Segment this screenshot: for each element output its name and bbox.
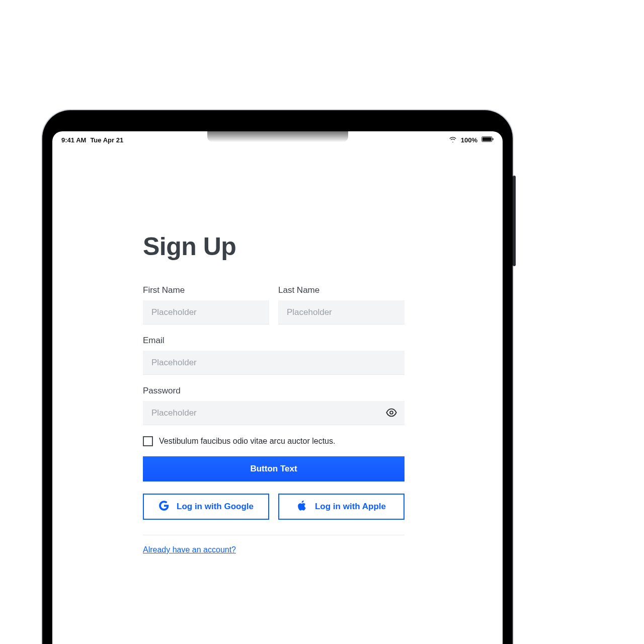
login-with-apple-button[interactable]: Log in with Apple [278, 494, 405, 520]
svg-rect-2 [493, 138, 494, 140]
toggle-password-visibility-button[interactable] [383, 405, 399, 421]
email-input[interactable] [143, 351, 405, 375]
divider [143, 535, 405, 535]
terms-checkbox[interactable] [143, 436, 153, 446]
terms-checkbox-label: Vestibulum faucibus odio vitae arcu auct… [159, 437, 335, 446]
status-time: 9:41 AM [61, 136, 86, 144]
password-label: Password [143, 386, 405, 396]
apple-icon [297, 500, 308, 514]
svg-point-3 [390, 411, 393, 414]
password-input[interactable] [143, 401, 405, 425]
apple-button-label: Log in with Apple [315, 502, 386, 512]
google-icon [158, 500, 170, 514]
last-name-label: Last Name [278, 285, 405, 295]
login-with-google-button[interactable]: Log in with Google [143, 494, 269, 520]
wifi-icon [449, 136, 457, 144]
eye-icon [386, 407, 397, 420]
status-battery-pct: 100% [461, 136, 477, 144]
submit-button[interactable]: Button Text [143, 456, 405, 481]
page-title: Sign Up [143, 232, 405, 261]
device-screen: 9:41 AM Tue Apr 21 100% [52, 131, 503, 644]
first-name-input[interactable] [143, 300, 269, 325]
already-have-account-link[interactable]: Already have an account? [143, 545, 236, 554]
tablet-device-frame: 9:41 AM Tue Apr 21 100% [42, 110, 513, 644]
google-button-label: Log in with Google [177, 502, 254, 512]
first-name-label: First Name [143, 285, 269, 295]
signup-form: Sign Up First Name Last Name Email [143, 232, 405, 554]
status-bar: 9:41 AM Tue Apr 21 100% [61, 136, 494, 144]
device-side-button [513, 176, 516, 266]
email-label: Email [143, 336, 405, 346]
last-name-input[interactable] [278, 300, 405, 325]
battery-icon [481, 136, 494, 144]
status-date: Tue Apr 21 [90, 136, 123, 144]
svg-rect-1 [482, 137, 492, 141]
